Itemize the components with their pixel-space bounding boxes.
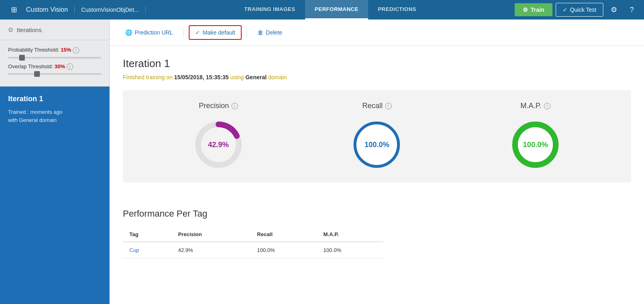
overlap-threshold-label: Overlap Threshold: 30% i xyxy=(8,63,101,70)
layout: ⊙ Iterations Probability Threshold: 15% … xyxy=(0,20,644,304)
per-tag-title: Performance Per Tag xyxy=(123,208,631,219)
map-value: 100.0% xyxy=(523,141,548,149)
table-body: Cup 42.9% 100.0% 100.0% xyxy=(123,242,383,258)
top-nav: ⊞ Custom Vision CustomVisionObjDet... TR… xyxy=(0,0,644,20)
probability-slider-thumb[interactable] xyxy=(19,55,25,61)
toolbar: 🌐 Prediction URL ✓ Make default 🗑 Delete xyxy=(110,20,644,46)
metrics-box: Precision i 42.9% Rec xyxy=(123,90,631,182)
training-date: 15/05/2018, 15:35:35 xyxy=(174,74,229,80)
training-domain: General xyxy=(245,74,266,80)
tag-section: Performance Per Tag Tag Precision Recall… xyxy=(110,208,644,271)
brand-label: Custom Vision xyxy=(23,6,75,13)
nav-tabs: TRAINING IMAGES PERFORMANCE PREDICTIONS xyxy=(146,0,515,20)
tab-predictions[interactable]: PREDICTIONS xyxy=(368,0,426,20)
tab-performance[interactable]: PERFORMANCE xyxy=(305,0,368,20)
training-info: Finished training on 15/05/2018, 15:35:3… xyxy=(123,74,631,80)
train-button[interactable]: ⚙ Train xyxy=(515,3,552,16)
map-cell: 100.0% xyxy=(317,242,383,258)
precision-metric: Precision i 42.9% xyxy=(192,102,245,171)
check-icon: ✓ xyxy=(563,7,568,13)
col-precision: Precision xyxy=(172,227,251,242)
gear-icon: ⚙ xyxy=(523,7,528,13)
iteration-sidebar-status: Trained : moments ago with General domai… xyxy=(8,108,101,124)
home-button[interactable]: ⊞ xyxy=(5,0,23,20)
precision-value: 42.9% xyxy=(208,141,229,149)
iterations-label: Iterations xyxy=(17,26,42,33)
col-recall: Recall xyxy=(251,227,317,242)
iteration-sidebar-title: Iteration 1 xyxy=(8,95,101,103)
tag-cell[interactable]: Cup xyxy=(123,242,172,258)
col-map: M.A.P. xyxy=(317,227,383,242)
precision-info-icon[interactable]: i xyxy=(231,103,238,109)
tab-training-images[interactable]: TRAINING IMAGES xyxy=(234,0,305,20)
overlap-slider-thumb[interactable] xyxy=(34,71,40,77)
make-default-button[interactable]: ✓ Make default xyxy=(189,25,242,40)
recall-label: Recall i xyxy=(362,102,391,110)
recall-donut: 100.0% xyxy=(350,118,403,171)
toolbar-separator-2 xyxy=(247,28,247,37)
check-icon: ✓ xyxy=(195,29,200,36)
main-content: 🌐 Prediction URL ✓ Make default 🗑 Delete… xyxy=(110,20,644,304)
precision-label: Precision i xyxy=(199,102,238,110)
overlap-info-icon[interactable]: i xyxy=(67,63,73,70)
recall-metric: Recall i 100.0% xyxy=(350,102,403,171)
train-label: Train xyxy=(530,7,544,13)
delete-button[interactable]: 🗑 Delete xyxy=(252,26,288,39)
iteration-title: Iteration 1 xyxy=(123,57,631,70)
map-label: M.A.P. i xyxy=(520,102,550,110)
col-tag: Tag xyxy=(123,227,172,242)
prediction-url-label: Prediction URL xyxy=(135,29,173,36)
table-row: Cup 42.9% 100.0% 100.0% xyxy=(123,242,383,258)
sidebar-iteration[interactable]: Iteration 1 Trained : moments ago with G… xyxy=(0,87,109,304)
overlap-threshold-value: 30% xyxy=(55,63,65,69)
precision-cell: 42.9% xyxy=(172,242,251,258)
quick-test-label: Quick Test xyxy=(570,7,596,13)
toolbar-separator-1 xyxy=(183,28,184,37)
performance-section: Iteration 1 Finished training on 15/05/2… xyxy=(110,46,644,208)
help-button[interactable]: ? xyxy=(624,2,639,17)
settings-button[interactable]: ⚙ xyxy=(607,2,621,17)
precision-donut: 42.9% xyxy=(192,118,245,171)
recall-value: 100.0% xyxy=(365,141,389,149)
overlap-slider-track xyxy=(8,73,101,75)
iterations-icon: ⊙ xyxy=(8,26,13,33)
make-default-label: Make default xyxy=(203,29,235,36)
map-info-icon[interactable]: i xyxy=(544,103,550,109)
delete-label: Delete xyxy=(266,29,282,36)
recall-info-icon[interactable]: i xyxy=(385,103,392,109)
performance-table: Tag Precision Recall M.A.P. Cup 42.9% 10… xyxy=(123,227,383,258)
recall-cell: 100.0% xyxy=(251,242,317,258)
probability-threshold-label: Probability Threshold: 15% i xyxy=(8,47,101,54)
prediction-url-button[interactable]: 🌐 Prediction URL xyxy=(120,26,179,39)
project-label[interactable]: CustomVisionObjDet... xyxy=(75,7,146,13)
delete-icon: 🗑 xyxy=(258,29,263,36)
threshold-section: Probability Threshold: 15% i Overlap Thr… xyxy=(0,40,109,87)
globe-icon: 🌐 xyxy=(125,29,132,36)
sidebar-header: ⊙ Iterations xyxy=(0,20,109,40)
map-metric: M.A.P. i 100.0% xyxy=(509,102,562,171)
table-header: Tag Precision Recall M.A.P. xyxy=(123,227,383,242)
map-donut: 100.0% xyxy=(509,118,562,171)
quick-test-button[interactable]: ✓ Quick Test xyxy=(556,3,603,17)
probability-slider-track xyxy=(8,57,101,59)
probability-info-icon[interactable]: i xyxy=(73,47,79,54)
sidebar: ⊙ Iterations Probability Threshold: 15% … xyxy=(0,20,110,304)
nav-actions: ⚙ Train ✓ Quick Test ⚙ ? xyxy=(515,2,639,17)
probability-threshold-value: 15% xyxy=(61,47,71,53)
